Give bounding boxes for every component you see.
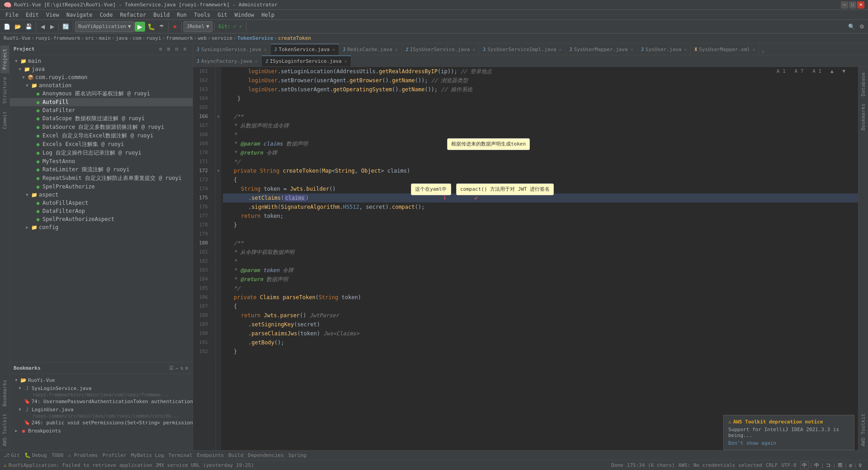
bookmark-syslogin-file[interactable]: ▼ J SysLoginService.java xyxy=(10,384,193,392)
right-tab-database[interactable]: Database xyxy=(859,69,868,100)
menu-edit[interactable]: Edit xyxy=(22,10,42,20)
run-button[interactable]: ▶ xyxy=(135,22,145,32)
debug-button[interactable]: 🐛 xyxy=(146,21,157,32)
breadcrumb-ruoyi-vue[interactable]: RuoYi-Vue xyxy=(4,35,31,41)
tree-item-datafilter[interactable]: ▶ ● DataFilter xyxy=(10,106,193,114)
bottom-tab-dependencies[interactable]: Dependencies xyxy=(248,452,283,458)
menu-tools[interactable]: Tools xyxy=(190,10,214,20)
tree-item-mytestanno[interactable]: ▶ ● MyTestAnno xyxy=(10,157,193,165)
bookmarks-action-list[interactable]: ☰ xyxy=(169,365,174,371)
lang-simple[interactable]: 简 xyxy=(837,462,844,469)
bottom-tab-debug[interactable]: 🐛 Debug xyxy=(24,452,47,458)
search-everywhere[interactable]: 🔍 xyxy=(846,21,857,32)
tree-item-log[interactable]: ▶ ● Log 自定义操作日志记录注解 @ ruoyi xyxy=(10,149,193,157)
save-button[interactable]: 💾 xyxy=(24,21,34,32)
tree-item-spelpreauthorize[interactable]: ▶ ● SpelPreAuthorize xyxy=(10,183,193,191)
right-tab-aws[interactable]: AWS Toolkit xyxy=(859,410,868,450)
status-done[interactable]: Done xyxy=(611,462,623,468)
bookmark-74[interactable]: ▶ 🔖 74: UsernamePasswordAuthenticationTo… xyxy=(10,397,193,405)
vtab-commit[interactable]: Commit xyxy=(0,108,9,133)
bottom-tab-profiler[interactable]: Profiler xyxy=(103,452,127,458)
tab-rediscache[interactable]: J RedisCache.java ✕ xyxy=(339,44,401,55)
breadcrumb-java[interactable]: java xyxy=(116,35,128,41)
tree-item-spelpreauthorizeaspect[interactable]: ▶ ● SpelPreAuthorizeAspect xyxy=(10,215,193,223)
stop-button[interactable]: ■ xyxy=(170,21,179,32)
maximize-button[interactable]: □ xyxy=(849,1,856,9)
right-tab-bookmarks[interactable]: Bookmarks xyxy=(859,100,868,134)
status-aws[interactable]: AWS: No credentials selected xyxy=(679,462,762,468)
run-config-dropdown[interactable]: RuoYiApplication ▼ xyxy=(75,21,134,32)
status-encoding[interactable]: UTF-8 xyxy=(782,462,797,468)
bookmarks-action-settings[interactable]: ⚙ xyxy=(185,365,188,371)
sync-button[interactable]: 🔄 xyxy=(61,21,71,32)
breadcrumb-service[interactable]: service xyxy=(212,35,232,41)
project-action-expand[interactable]: ⊞ xyxy=(165,45,173,53)
tree-item-annotation[interactable]: ▼ 📁 annotation xyxy=(10,81,193,89)
bottom-tab-terminal[interactable]: Terminal xyxy=(169,452,193,458)
tree-item-excel[interactable]: ▶ ● Excel 自定义导出Excel数据注解 @ ruoyi xyxy=(10,132,193,140)
minimize-button[interactable]: ─ xyxy=(841,1,848,9)
tree-item-autofill[interactable]: ▶ ● AutoFill xyxy=(10,98,193,106)
vtab-aws[interactable]: AWS Toolkit xyxy=(0,410,9,450)
bookmark-246[interactable]: ▶ 🔖 246: public void setPermissions(Set<… xyxy=(10,418,193,427)
tab-sysloginservice[interactable]: J SysLoginService.java ✕ xyxy=(193,44,271,55)
breadcrumb-ruoyi[interactable]: ruoyi xyxy=(146,35,161,41)
menu-help[interactable]: Help xyxy=(258,10,278,20)
new-file-button[interactable]: 📄 xyxy=(2,21,12,32)
lang-ko[interactable]: コ xyxy=(825,462,832,469)
menu-code[interactable]: Code xyxy=(96,10,117,20)
breadcrumb-com[interactable]: com xyxy=(132,35,142,41)
menu-build[interactable]: Build xyxy=(150,10,173,20)
lang-zh2[interactable]: 中 xyxy=(813,462,820,469)
run-with-coverage[interactable]: ☂ xyxy=(157,21,166,32)
back-button[interactable]: ◀ xyxy=(38,21,47,32)
bookmarks-action-sort[interactable]: ⇅ xyxy=(180,365,184,371)
menu-run[interactable]: Run xyxy=(173,10,190,20)
menu-navigate[interactable]: Navigate xyxy=(63,10,96,20)
tree-item-config[interactable]: ▶ 📁 config xyxy=(10,223,193,231)
breadcrumb-framework2[interactable]: framework xyxy=(166,35,193,41)
breadcrumb-tokenservice[interactable]: TokenService xyxy=(237,35,273,41)
bottom-tab-mybatis[interactable]: MyBatis Log xyxy=(131,452,164,458)
open-button[interactable]: 📂 xyxy=(13,21,23,32)
tree-item-common[interactable]: ▼ 📦 com.ruoyi.common xyxy=(10,73,193,81)
tab-isysloginforservice[interactable]: I ISysLoginforService.java ✕ xyxy=(262,56,351,66)
vtab-structure[interactable]: Structure xyxy=(0,73,9,108)
tab-sysusermapper[interactable]: J SysUserMapper.java ✕ xyxy=(566,44,637,55)
tree-item-autofillaspect[interactable]: ▶ ● AutoFillAspect xyxy=(10,199,193,207)
vtab-project[interactable]: Project xyxy=(0,45,9,73)
status-position[interactable]: 175:34 (6 chars) xyxy=(627,462,675,468)
menu-refactor[interactable]: Refactor xyxy=(116,10,150,20)
tree-item-repeatsubmit[interactable]: ▶ ● RepeatSubmit 自定义注解防止表单重复提交 @ ruoyi xyxy=(10,174,193,183)
breadcrumb-main[interactable]: main xyxy=(99,35,111,41)
vtab-bookmarks[interactable]: Bookmarks xyxy=(0,376,9,410)
tree-item-datascope[interactable]: ▶ ● DataScope 数据权限过滤注解 @ ruoyi xyxy=(10,114,193,123)
bookmarks-action-edit[interactable]: ✏ xyxy=(175,365,179,371)
lang-person[interactable]: ♀ xyxy=(858,462,863,468)
bottom-tab-endpoints[interactable]: Endpoints xyxy=(197,452,224,458)
tree-item-datasource[interactable]: ▶ ● DataSource 自定义多数据源切换注解 @ ruoyi xyxy=(10,123,193,132)
lang-zh[interactable]: 中 xyxy=(800,461,809,469)
tab-sysuser[interactable]: J SysUser.java ✕ xyxy=(637,44,691,55)
settings-button[interactable]: ⚙ xyxy=(857,21,866,32)
bottom-tab-problems[interactable]: ⚠ Problems xyxy=(68,452,98,458)
tree-item-excels[interactable]: ▶ ● Excels Excel注解集 @ ruoyi xyxy=(10,140,193,149)
bottom-tab-git[interactable]: ⎇ Git xyxy=(4,452,20,458)
tree-item-anonymous[interactable]: ▶ ● Anonymous 匿名访问不鉴权注解 @ ruoyi xyxy=(10,89,193,98)
forward-button[interactable]: ▶ xyxy=(47,21,57,32)
breadcrumb-src[interactable]: src xyxy=(85,35,94,41)
breadcrumb-createtoken[interactable]: createToken xyxy=(278,35,311,41)
tree-item-java[interactable]: ▼ 📁 java xyxy=(10,65,193,73)
menu-view[interactable]: View xyxy=(42,10,63,20)
aws-notice-link[interactable]: Don't show again xyxy=(728,440,849,446)
code-content[interactable]: loginUser.setLoginLocation(AddressUtils.… xyxy=(221,67,858,450)
breadcrumb-framework[interactable]: ruoyi-framework xyxy=(35,35,80,41)
more-tabs-button[interactable]: › xyxy=(760,48,766,55)
tree-item-aspect[interactable]: ▼ 📁 aspect xyxy=(10,191,193,199)
tab-sysusermapperxml[interactable]: X SysUserMapper.xml ✕ xyxy=(691,44,760,55)
tree-item-datafilteraop[interactable]: ▶ ● DataFilterAop xyxy=(10,207,193,215)
bookmark-breakpoints[interactable]: ▶ ● Breakpoints xyxy=(10,427,193,435)
tab-isysuserservice[interactable]: I ISysUserService.java ✕ xyxy=(402,44,480,55)
tab-sysuserserviceimpl[interactable]: J SysUserServiceImpl.java ✕ xyxy=(479,44,566,55)
menu-window[interactable]: Window xyxy=(231,10,258,20)
